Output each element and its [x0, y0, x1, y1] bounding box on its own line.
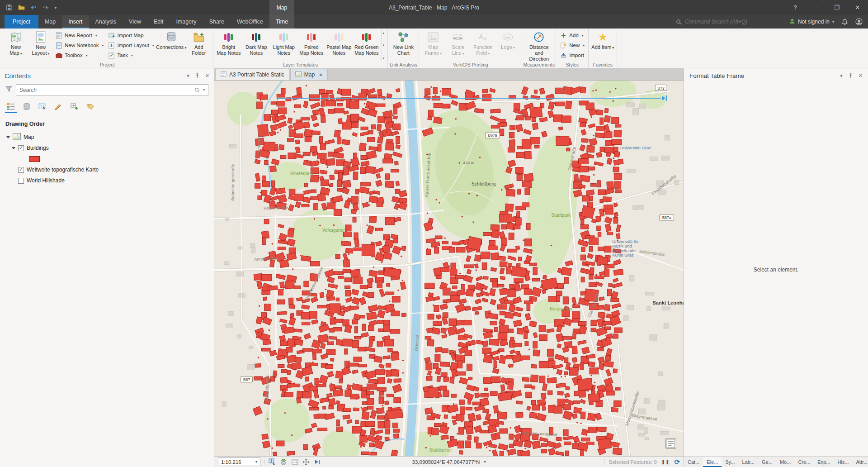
gallery-scroll-arrows[interactable]: ▴▾▾	[381, 29, 386, 61]
ribbon-tab-time[interactable]: Time	[269, 15, 294, 29]
view-tab-map[interactable]: Map ✕	[290, 69, 328, 80]
panel-tab-ge[interactable]: Ge...	[758, 457, 776, 467]
new-report-button[interactable]: New Report▾	[54, 32, 105, 39]
world-hillshade-checkbox[interactable]	[18, 178, 24, 184]
ribbon-tab-edit[interactable]: Edit	[147, 15, 170, 29]
panel-tab-lab[interactable]: Lab...	[739, 457, 759, 467]
ribbon-tab-imagery[interactable]: Imagery	[170, 15, 203, 29]
chevron-down-icon[interactable]: ▾	[203, 88, 205, 92]
new-notebook-button[interactable]: New Notebook▾	[54, 42, 105, 49]
help-button[interactable]: ?	[785, 0, 806, 15]
topographic-basemap-checkbox[interactable]	[18, 167, 24, 173]
list-by-drawing-order-icon[interactable]	[6, 102, 15, 111]
new-map-button[interactable]: New Map▾	[4, 29, 28, 56]
sign-in-status[interactable]: Not signed in ▾	[789, 18, 834, 25]
cursor-coordinates[interactable]: 33,0905024°E 47,0647377°N ▾	[412, 459, 486, 465]
panel-tab-attr[interactable]: Attr...	[853, 457, 868, 467]
layer-template-pastel-map-notes-button[interactable]: Pastel MapNotes	[326, 29, 352, 56]
chevron-down-icon[interactable]: ▾	[840, 73, 843, 79]
new-layout-button[interactable]: New Layout▾	[29, 29, 52, 56]
toolbox-button[interactable]: Toolbox▾	[54, 52, 105, 59]
layer-template-red-green-map-notes-button[interactable]: Red GreenMap Notes	[354, 29, 380, 56]
list-by-snapping-icon[interactable]	[70, 102, 79, 111]
buildings-symbol-swatch[interactable]	[29, 156, 40, 162]
list-by-labeling-icon[interactable]	[85, 102, 94, 111]
ribbon-tab-analysis[interactable]: Analysis	[89, 15, 123, 29]
map-viewport[interactable]: BabenbergerstraßeMariengasseKeplerstraße…	[214, 81, 684, 456]
layer-template-light-map-notes-button[interactable]: Light MapNotes	[271, 29, 297, 56]
new-link-chart-button[interactable]: New Link Chart	[390, 29, 416, 56]
tree-node-topographic-basemap[interactable]: Weltweite topografische Karte	[0, 164, 214, 175]
style-import-button[interactable]: Import	[558, 52, 586, 59]
chevron-down-icon[interactable]: ▾	[187, 73, 189, 79]
style-new-button[interactable]: New▾	[558, 42, 586, 49]
collapse-triangle-icon[interactable]	[12, 147, 15, 149]
import-map-button[interactable]: Import Map	[106, 32, 155, 39]
buildings-checkbox[interactable]	[18, 145, 24, 151]
layer-template-bright-map-notes-button[interactable]: BrightMap Notes	[216, 29, 242, 56]
logo-button[interactable]: logo Logo▾	[496, 29, 519, 50]
add-item-button[interactable]: ★ Add Item▾	[591, 29, 614, 50]
pan-tool-icon[interactable]	[302, 458, 310, 466]
restore-button[interactable]: ❐	[826, 0, 847, 15]
refresh-map-icon[interactable]: ⟳	[674, 458, 680, 466]
buildings-legend-swatch-row[interactable]	[0, 153, 214, 164]
scale-line-button[interactable]: 0 5 10 Scale Line▾	[446, 29, 470, 56]
panel-tab-cre[interactable]: Cre...	[794, 457, 814, 467]
distance-and-direction-button[interactable]: Distance and Direction	[524, 29, 553, 62]
collapse-triangle-icon[interactable]	[6, 136, 10, 138]
panel-tab-sy[interactable]: Sy...	[722, 457, 738, 467]
ribbon-tab-insert[interactable]: Insert	[62, 15, 89, 29]
panel-tab-exp[interactable]: Exp...	[814, 457, 834, 467]
map-svg[interactable]: BabenbergerstraßeMariengasseKeplerstraße…	[214, 81, 684, 456]
ribbon-tab-weboffice[interactable]: WebOffice	[231, 15, 269, 29]
layer-template-paired-map-notes-button[interactable]: PairedMap Notes	[298, 29, 325, 56]
list-by-editing-icon[interactable]	[54, 102, 63, 111]
overflow-annotations-button[interactable]	[665, 438, 676, 449]
open-project-icon[interactable]	[16, 2, 27, 13]
list-by-data-source-icon[interactable]	[22, 102, 31, 111]
layer-template-dark-map-notes-button[interactable]: Dark MapNotes	[243, 29, 269, 56]
filter-funnel-icon[interactable]	[5, 86, 12, 94]
contents-search-box[interactable]: ▾	[16, 84, 208, 95]
contents-search-input[interactable]	[19, 87, 191, 93]
scale-selector[interactable]: 1:10.216 ▾	[218, 457, 260, 466]
view-tab-layout[interactable]: A3 Portrait Table Static	[216, 69, 289, 80]
auto-hide-pin-icon[interactable]	[195, 73, 200, 79]
panel-tab-his[interactable]: His...	[834, 457, 852, 467]
close-button[interactable]: ✕	[847, 0, 868, 15]
animation-step-icon[interactable]	[313, 458, 321, 466]
panel-tab-mo[interactable]: Mo...	[776, 457, 794, 467]
style-add-button[interactable]: Add▾	[558, 32, 586, 39]
attribute-table-icon[interactable]	[291, 458, 299, 466]
save-icon[interactable]	[4, 2, 14, 13]
list-by-selection-icon[interactable]	[38, 102, 47, 111]
command-search-input[interactable]	[685, 19, 782, 25]
undo-icon[interactable]: ↶	[28, 2, 39, 13]
customize-quick-access-icon[interactable]: ▾	[52, 2, 59, 13]
tree-node-map[interactable]: Map	[0, 132, 214, 143]
ribbon-tab-view[interactable]: View	[123, 15, 147, 29]
ribbon-tab-share[interactable]: Share	[203, 15, 231, 29]
redo-icon[interactable]: ↷	[40, 2, 51, 13]
minimize-button[interactable]: –	[806, 0, 826, 15]
panel-tab-cat[interactable]: Cat...	[684, 457, 703, 467]
user-profile-icon[interactable]	[855, 18, 863, 25]
function-field-button[interactable]: Afx Function Field▾	[471, 29, 495, 56]
tree-node-buildings[interactable]: Buildings	[0, 143, 214, 153]
command-search[interactable]	[676, 19, 782, 25]
panel-tab-ele[interactable]: Ele...	[703, 457, 722, 467]
ribbon-tab-project[interactable]: Project	[5, 15, 38, 29]
close-panel-icon[interactable]: ✕	[205, 73, 209, 79]
close-panel-icon[interactable]: ✕	[859, 73, 863, 79]
basemap-layers-icon[interactable]	[279, 458, 288, 466]
tree-node-world-hillshade[interactable]: World Hillshade	[0, 175, 214, 186]
pause-drawing-icon[interactable]: ❚❚	[661, 459, 670, 464]
map-frame-button[interactable]: Map Frame▾	[421, 29, 445, 56]
connections-button[interactable]: Connections▾	[157, 29, 186, 50]
add-folder-button[interactable]: Add Folder	[187, 29, 211, 56]
task-button[interactable]: Task▾	[106, 52, 155, 59]
notifications-icon[interactable]	[841, 19, 848, 25]
auto-hide-pin-icon[interactable]	[848, 73, 853, 79]
ribbon-tab-map[interactable]: Map	[38, 15, 62, 29]
